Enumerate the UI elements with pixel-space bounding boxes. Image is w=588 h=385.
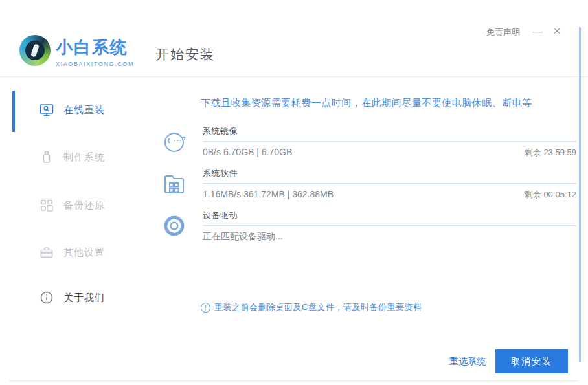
cancel-install-button[interactable]: 取消安装 — [495, 349, 568, 373]
folder-apps-icon — [161, 169, 189, 197]
mascot-face-icon — [161, 127, 189, 155]
vertical-scrollbar[interactable] — [579, 27, 581, 362]
backup-squares-icon — [39, 197, 54, 213]
progress-bar — [203, 225, 576, 226]
progress-bar — [203, 141, 576, 142]
app-logo-domain: XIAOBAIXITONG.COM — [56, 61, 134, 67]
sidebar-active-indicator — [12, 91, 15, 132]
info-circle-icon — [39, 290, 54, 305]
app-logo-name: 小白系统 — [56, 36, 134, 59]
task-system-software: 系统软件 1.16MB/s 361.72MB | 362.88MB 剩余 00:… — [161, 168, 576, 201]
usb-drive-icon — [39, 149, 54, 165]
sidebar-item-backup-restore[interactable]: 备份还原 — [39, 197, 142, 214]
progress-bar — [203, 183, 576, 184]
minimize-button[interactable]: — — [531, 25, 545, 39]
reselect-system-link[interactable]: 重选系统 — [449, 356, 486, 368]
header-divider — [0, 76, 588, 77]
gear-icon — [161, 211, 189, 239]
task-name: 系统镜像 — [203, 126, 576, 137]
sidebar-item-label: 在线重装 — [63, 104, 105, 116]
sidebar-item-make-system[interactable]: 制作系统 — [39, 149, 142, 166]
app-logo-icon — [19, 35, 51, 66]
task-name: 系统软件 — [203, 168, 576, 179]
sidebar-item-other-settings[interactable]: 其他设置 — [39, 244, 142, 261]
backup-warning-text: 重装之前会删除桌面及C盘文件，请及时备份重要资料 — [214, 302, 422, 313]
download-notice: 下载且收集资源需要耗费一点时间，在此期间尽量不要使电脑休眠、断电等 — [155, 97, 578, 109]
sidebar-item-label: 关于我们 — [63, 292, 105, 304]
task-system-image: 系统镜像 0B/s 6.70GB | 6.70GB 剩余 23:59:59 — [161, 126, 576, 159]
app-window: 小白系统 XIAOBAIXITONG.COM 开始安装 免责声明 — × 在线重… — [0, 0, 588, 385]
app-logo: 小白系统 XIAOBAIXITONG.COM — [56, 36, 134, 67]
exclamation-circle-icon: ! — [201, 303, 210, 313]
task-detail: 0B/s 6.70GB | 6.70GB — [203, 147, 292, 159]
task-detail: 正在匹配设备驱动... — [203, 231, 283, 243]
sidebar-item-label: 其他设置 — [63, 247, 105, 259]
sidebar-item-label: 备份还原 — [63, 199, 105, 212]
task-remaining: 剩余 23:59:59 — [525, 147, 576, 159]
window-bottom-edge — [9, 380, 578, 381]
backup-warning: ! 重装之前会删除桌面及C盘文件，请及时备份重要资料 — [201, 302, 422, 313]
monitor-search-icon — [39, 102, 54, 118]
task-device-driver: 设备驱动 正在匹配设备驱动... — [161, 210, 576, 243]
page-title: 开始安装 — [155, 45, 215, 63]
task-remaining: 剩余 00:05:12 — [525, 189, 576, 201]
sidebar-item-about-us[interactable]: 关于我们 — [39, 289, 142, 306]
task-name: 设备驱动 — [203, 210, 576, 221]
sidebar-item-label: 制作系统 — [63, 151, 105, 164]
close-button[interactable]: × — [549, 23, 565, 39]
sidebar-item-online-reinstall[interactable]: 在线重装 — [39, 102, 142, 118]
task-detail: 1.16MB/s 361.72MB | 362.88MB — [203, 189, 334, 201]
disclaimer-link[interactable]: 免责声明 — [486, 27, 520, 38]
briefcase-icon — [39, 245, 54, 260]
